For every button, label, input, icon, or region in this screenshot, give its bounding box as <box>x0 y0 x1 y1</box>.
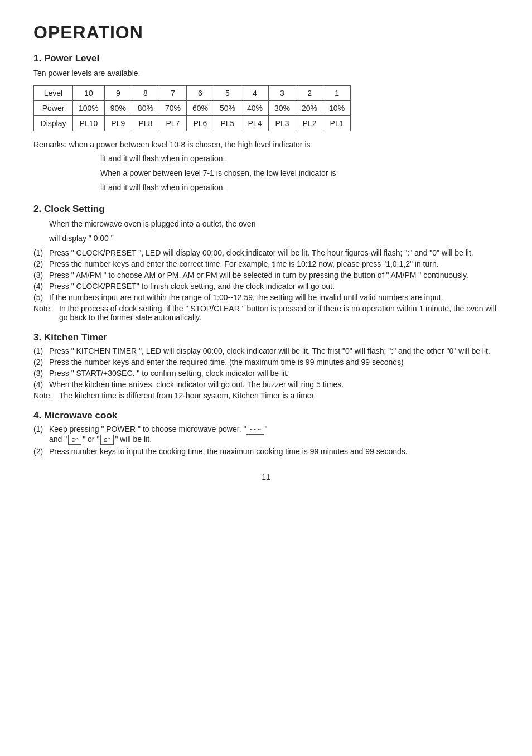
power-table-cell: PL7 <box>159 115 186 131</box>
power-table-cell: 40% <box>241 100 268 115</box>
power-table-cell: 1 <box>323 85 351 100</box>
section4-item-1: (1)Keep pressing " POWER " to choose mic… <box>33 425 499 445</box>
section3-item: (3)Press " START/+30SEC. " to confirm se… <box>33 369 499 378</box>
section2-heading: 2. Clock Setting <box>33 204 499 215</box>
item-num: (5) <box>33 293 49 302</box>
item-num: (2) <box>33 358 49 367</box>
section-power-level: 1. Power Level Ten power levels are avai… <box>33 53 499 194</box>
remarks-line1: Remarks: when a power between level 10-8… <box>33 139 499 151</box>
page-number: 11 <box>33 473 499 481</box>
power-table-cell: 5 <box>214 85 241 100</box>
item-text: Press the number keys and enter the corr… <box>49 259 499 268</box>
item-num: (1) <box>33 248 49 257</box>
section2-item: (1)Press " CLOCK/PRESET ", LED will disp… <box>33 248 499 257</box>
power-table-cell: 2 <box>296 85 323 100</box>
section3-note-text: The kitchen time is different from 12-ho… <box>59 391 499 400</box>
section2-item: (2)Press the number keys and enter the c… <box>33 259 499 268</box>
section3-note-label: Note: <box>33 391 59 400</box>
power-table-cell: Level <box>34 85 73 100</box>
power-table-cell: 7 <box>159 85 186 100</box>
power-table-cell: PL4 <box>241 115 268 131</box>
section-kitchen-timer: 3. Kitchen Timer (1)Press " KITCHEN TIME… <box>33 332 499 400</box>
section4-heading: 4. Microwave cook <box>33 410 499 421</box>
power-table-cell: PL2 <box>296 115 323 131</box>
power-table-cell: 20% <box>296 100 323 115</box>
section2-items: (1)Press " CLOCK/PRESET ", LED will disp… <box>33 248 499 302</box>
power-table-cell: Display <box>34 115 73 131</box>
item-num: (2) <box>33 259 49 268</box>
item-text: Keep pressing " POWER " to choose microw… <box>49 425 499 445</box>
section2-intro1: When the microwave oven is plugged into … <box>49 218 499 230</box>
power-table-cell: 60% <box>186 100 214 115</box>
section1-heading: 1. Power Level <box>33 53 499 64</box>
power-table-cell: 50% <box>214 100 241 115</box>
item-text: Press " CLOCK/PRESET ", LED will display… <box>49 248 499 257</box>
power-table-cell: 10% <box>323 100 351 115</box>
power-table-cell: PL6 <box>186 115 214 131</box>
section3-item: (1)Press " KITCHEN TIMER ", LED will dis… <box>33 346 499 355</box>
power-table-cell: PL10 <box>73 115 105 131</box>
item-num: (2) <box>33 447 49 456</box>
item-num: (1) <box>33 425 49 445</box>
section-microwave-cook: 4. Microwave cook (1)Keep pressing " POW… <box>33 410 499 456</box>
section4-items: (1)Keep pressing " POWER " to choose mic… <box>33 425 499 456</box>
remarks-line2: lit and it will flash when in operation. <box>100 153 499 165</box>
item-text: Press number keys to input the cooking t… <box>49 447 499 456</box>
power-level-table: Level10987654321Power100%90%80%70%60%50%… <box>33 85 351 131</box>
power-icon-low: ⫅◌ <box>68 435 81 445</box>
power-table-cell: PL8 <box>132 115 159 131</box>
section3-heading: 3. Kitchen Timer <box>33 332 499 343</box>
power-table-cell: 30% <box>269 100 296 115</box>
section2-note-text: In the process of clock setting, if the … <box>59 304 499 322</box>
section2-intro2: will display " 0:00 " <box>49 233 499 245</box>
section2-item: (4)Press " CLOCK/PRESET" to finish clock… <box>33 282 499 291</box>
power-table-cell: Power <box>34 100 73 115</box>
power-table-cell: 3 <box>269 85 296 100</box>
item-text: When the kitchen time arrives, clock ind… <box>49 380 499 389</box>
power-table-cell: 100% <box>73 100 105 115</box>
remarks-block: Remarks: when a power between level 10-8… <box>33 139 499 194</box>
item-text: If the numbers input are not within the … <box>49 293 499 302</box>
section1-intro: Ten power levels are available. <box>33 68 499 80</box>
section2-item: (3)Press " AM/PM " to choose AM or PM. A… <box>33 271 499 280</box>
item-num: (4) <box>33 282 49 291</box>
power-table-cell: 6 <box>186 85 214 100</box>
power-table-cell: 80% <box>132 100 159 115</box>
power-table-cell: 9 <box>104 85 132 100</box>
section3-note: Note: The kitchen time is different from… <box>33 391 499 400</box>
item-text: Press " CLOCK/PRESET" to finish clock se… <box>49 282 499 291</box>
section2-item: (5)If the numbers input are not within t… <box>33 293 499 302</box>
power-icon-high: ⫅◌ <box>100 435 114 445</box>
section2-note: Note: In the process of clock setting, i… <box>33 304 499 322</box>
power-table-cell: 10 <box>73 85 105 100</box>
item-text: Press the number keys and enter the requ… <box>49 358 499 367</box>
section3-items: (1)Press " KITCHEN TIMER ", LED will dis… <box>33 346 499 389</box>
power-table-cell: 4 <box>241 85 268 100</box>
power-table-cell: 8 <box>132 85 159 100</box>
power-table-cell: PL9 <box>104 115 132 131</box>
item-num: (4) <box>33 380 49 389</box>
section4-item-2: (2)Press number keys to input the cookin… <box>33 447 499 456</box>
remarks-label: Remarks: <box>33 140 67 149</box>
item-text: Press " START/+30SEC. " to confirm setti… <box>49 369 499 378</box>
item-num: (1) <box>33 346 49 355</box>
page-title: OPERATION <box>33 22 499 43</box>
power-table-cell: 70% <box>159 100 186 115</box>
power-table-cell: PL5 <box>214 115 241 131</box>
wave-icon: ~~~ <box>246 425 264 435</box>
item-num: (3) <box>33 271 49 280</box>
item-num: (3) <box>33 369 49 378</box>
section3-item: (4)When the kitchen time arrives, clock … <box>33 380 499 389</box>
section-clock-setting: 2. Clock Setting When the microwave oven… <box>33 204 499 321</box>
remarks-line4: lit and it will flash when in operation. <box>100 182 499 194</box>
remarks-line3: When a power between level 7-1 is chosen… <box>100 167 499 180</box>
item-text: Press " AM/PM " to choose AM or PM. AM o… <box>49 271 499 280</box>
remarks-text1: when a power between level 10-8 is chose… <box>69 140 311 149</box>
power-table-cell: PL1 <box>323 115 351 131</box>
item-text: Press " KITCHEN TIMER ", LED will displa… <box>49 346 499 355</box>
power-table-cell: PL3 <box>269 115 296 131</box>
power-table-cell: 90% <box>104 100 132 115</box>
section3-item: (2)Press the number keys and enter the r… <box>33 358 499 367</box>
section2-note-label: Note: <box>33 304 59 322</box>
